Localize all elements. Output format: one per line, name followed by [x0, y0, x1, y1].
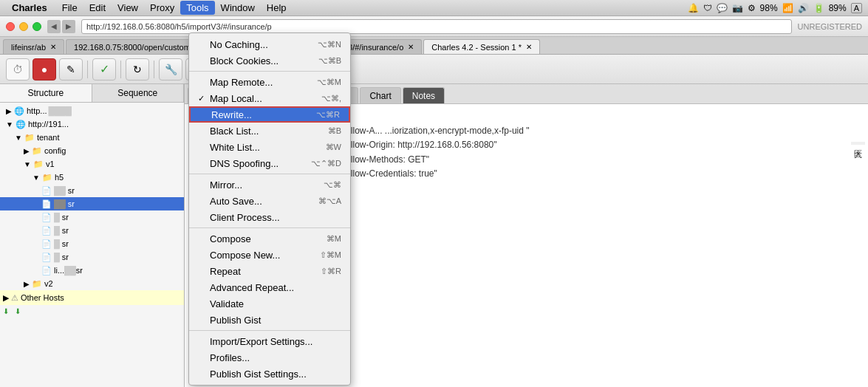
sidebar-tab-sequence[interactable]: Sequence — [92, 84, 185, 102]
wechat-icon: 💬 — [717, 3, 728, 13]
down-arrow-icon: ⬇ — [0, 307, 9, 315]
menu-help[interactable]: Help — [261, 1, 293, 15]
browser-tabs: lifeinsr/ab ✕ 192.168.0.75:8000/open/cus… — [0, 37, 868, 55]
list-item[interactable]: 📄 █ sr — [0, 210, 184, 224]
menu-tools[interactable]: Tools — [180, 1, 214, 15]
right-label: 大区 — [851, 142, 865, 145]
tab-notes[interactable]: Notes — [403, 87, 445, 103]
menu-compose[interactable]: Compose ⌘M — [189, 230, 350, 247]
wrench-button[interactable]: 🔧 — [159, 58, 182, 81]
menu-window[interactable]: Window — [215, 1, 261, 15]
list-item[interactable]: ▶ 📁 config — [0, 144, 184, 157]
map-local-label: Map Local... — [210, 93, 262, 104]
tab-chart-label: Chart — [369, 91, 391, 101]
menu-sep-1 — [189, 71, 350, 72]
url-bar[interactable]: http://192.168.0.56:8080/h5/importV3/#/i… — [81, 19, 792, 34]
menu-compose-new[interactable]: Compose New... ⇧⌘M — [189, 247, 350, 263]
menu-profiles[interactable]: Profiles... — [189, 349, 350, 366]
menu-mirror[interactable]: Mirror... ⌥⌘ — [189, 177, 350, 193]
tree-item-label: ██ sr — [54, 186, 75, 195]
battery-percent: 89% — [829, 3, 847, 13]
folder-icon-4: 📁 — [42, 173, 52, 182]
menu-proxy[interactable]: Proxy — [144, 1, 180, 15]
forward-arrow[interactable]: ▶ — [62, 20, 75, 33]
expand-icon-3: ▶ — [24, 280, 30, 288]
collapse-icon-4: ▼ — [33, 174, 40, 182]
list-item[interactable]: 📄 ██ sr — [0, 184, 184, 197]
minimize-button[interactable] — [19, 22, 28, 31]
file-icon-3: 📄 — [41, 213, 52, 222]
menu-no-caching[interactable]: No Caching... ⌥⌘N — [189, 36, 350, 52]
wrench-icon: 🔧 — [165, 64, 177, 75]
arrow-indicators: ⬇ ⬇ — [0, 305, 184, 311]
browser-tab-0[interactable]: lifeinsr/ab ✕ — [3, 39, 64, 54]
sidebar: Structure Sequence ▶ 🌐 http...████ ▼ 🌐 h… — [0, 84, 185, 387]
checkmark-button[interactable]: ✓ — [92, 58, 116, 81]
list-item[interactable]: ▶ 🌐 http...████ — [0, 104, 184, 117]
advanced-repeat-label: Advanced Repeat... — [210, 282, 294, 293]
record-button[interactable]: ⏱ — [6, 58, 30, 81]
menu-advanced-repeat[interactable]: Advanced Repeat... — [189, 279, 350, 295]
list-item[interactable]: 📄 █ sr — [0, 237, 184, 250]
list-item[interactable]: 📄 █ sr — [0, 224, 184, 237]
list-item[interactable]: 📄 █ sr — [0, 250, 184, 264]
tree-item-label: http...████ — [27, 106, 73, 115]
menu-dns-spoofing[interactable]: DNS Spoofing... ⌥⌃⌘D — [189, 155, 350, 171]
menu-auto-save[interactable]: Auto Save... ⌘⌥A — [189, 193, 350, 209]
menu-view[interactable]: View — [112, 1, 144, 15]
repeat-label: Repeat — [210, 266, 241, 277]
toolbar-sep-3 — [154, 61, 154, 78]
stop-button[interactable]: ● — [33, 58, 56, 81]
tab-close-0[interactable]: ✕ — [50, 43, 56, 51]
record-icon: ⏱ — [13, 64, 23, 75]
map-local-shortcut: ⌥⌘, — [321, 94, 341, 103]
menu-edit[interactable]: Edit — [83, 1, 112, 15]
tab-chart[interactable]: Chart — [360, 87, 400, 103]
menu-import-export[interactable]: Import/Export Settings... — [189, 333, 350, 349]
list-item[interactable]: 📄 li...██sr — [0, 264, 184, 277]
tree-item-label: tenant — [37, 133, 60, 142]
battery-status: 98% — [760, 3, 778, 13]
back-arrow[interactable]: ◀ — [47, 20, 61, 33]
refresh-button[interactable]: ↻ — [126, 58, 149, 81]
menu-publish-gist-settings[interactable]: Publish Gist Settings... — [189, 366, 350, 382]
maximize-button[interactable] — [33, 22, 41, 31]
titlebar: ◀ ▶ http://192.168.0.56:8080/h5/importV3… — [0, 16, 868, 37]
menu-block-cookies[interactable]: Block Cookies... ⌥⌘B — [189, 52, 350, 69]
list-item[interactable]: ▼ 📁 v1 — [0, 157, 184, 171]
tools-dropdown-menu: No Caching... ⌥⌘N Block Cookies... ⌥⌘B M… — [188, 32, 351, 386]
import-export-label: Import/Export Settings... — [210, 336, 312, 347]
list-item[interactable]: ▼ 📁 tenant — [0, 131, 184, 144]
list-item[interactable]: ▼ 🌐 http://191... — [0, 117, 184, 131]
tab-close-3[interactable]: ✕ — [526, 43, 532, 51]
close-button[interactable] — [6, 22, 15, 31]
list-item[interactable]: ▶ 📁 v2 — [0, 277, 184, 290]
menu-file[interactable]: File — [56, 1, 83, 15]
nav-arrows: ◀ ▶ — [47, 20, 75, 33]
menu-map-local[interactable]: ✓ Map Local... ⌥⌘, — [189, 90, 350, 106]
menu-blacklist[interactable]: Black List... ⌘B — [189, 123, 350, 139]
map-remote-shortcut: ⌥⌘M — [317, 78, 341, 87]
other-hosts-item[interactable]: ▶ ⚠ Other Hosts — [0, 290, 184, 305]
tree-item-label: █ sr — [54, 253, 69, 261]
browser-tab-3[interactable]: Charles 4.2 - Session 1 * ✕ — [423, 39, 540, 54]
sidebar-tab-structure[interactable]: Structure — [0, 84, 92, 102]
tree-item-label: v1 — [46, 160, 55, 168]
menu-validate[interactable]: Validate — [189, 295, 350, 312]
menu-map-remote[interactable]: Map Remote... ⌥⌘M — [189, 74, 350, 90]
app-name: Charles — [6, 2, 53, 13]
menu-repeat[interactable]: Repeat ⇧⌘R — [189, 263, 350, 279]
blacklist-label: Black List... — [210, 126, 259, 137]
menu-rewrite[interactable]: Rewrite... ⌥⌘R — [189, 106, 350, 123]
tab-close-2[interactable]: ✕ — [408, 43, 414, 51]
list-item[interactable]: 📄 ██ sr — [0, 197, 184, 210]
refresh-icon: ↻ — [133, 64, 142, 75]
menu-whitelist[interactable]: White List... ⌘W — [189, 139, 350, 155]
file-icon-7: 📄 — [41, 266, 52, 275]
menu-publish-gist[interactable]: Publish Gist — [189, 312, 350, 328]
menu-client-process[interactable]: Client Process... — [189, 209, 350, 225]
list-item[interactable]: ▼ 📁 h5 — [0, 171, 184, 184]
folder-icon-3: 📁 — [33, 160, 44, 169]
clear-button[interactable]: ✎ — [59, 58, 83, 81]
folder-icon-2: 📁 — [32, 146, 42, 156]
